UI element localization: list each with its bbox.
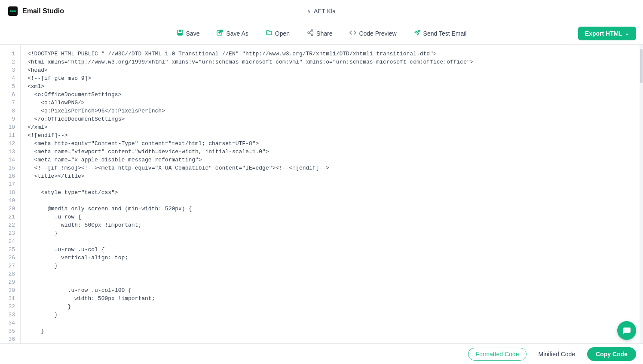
line-number: 6 (7, 91, 15, 99)
line-number: 11 (7, 131, 15, 140)
code-line: <xml> (28, 82, 636, 91)
line-number: 13 (7, 148, 15, 156)
code-line: </o:OfficeDocumentSettings> (28, 115, 636, 123)
formatted-code-button[interactable]: Formatted Code (468, 348, 526, 361)
line-number: 5 (7, 82, 15, 91)
line-number: 31 (7, 294, 15, 303)
code-line: .u-row .u-col { (28, 246, 636, 254)
code-line (28, 180, 636, 188)
code-line (28, 335, 636, 343)
share-label: Share (316, 30, 332, 37)
code-line: <!--[if gte mso 9]> (28, 74, 636, 82)
code-line: <o:OfficeDocumentSettings> (28, 91, 636, 99)
line-number: 27 (7, 262, 15, 270)
project-chevron-icon: ∨ (307, 8, 311, 14)
line-number: 32 (7, 303, 15, 311)
project-name: AET Kla (314, 8, 336, 15)
app-name: Email Studio (22, 7, 64, 15)
code-line: </xml> (28, 123, 636, 131)
toolbar: Save Save As Open (0, 22, 643, 45)
svg-rect-5 (179, 30, 181, 32)
svg-point-10 (308, 32, 309, 33)
line-number: 17 (7, 180, 15, 188)
save-icon (177, 29, 184, 38)
open-button[interactable]: Open (262, 27, 293, 39)
save-button[interactable]: Save (173, 27, 203, 39)
send-icon (414, 29, 421, 38)
svg-line-13 (309, 33, 311, 34)
code-line: } (28, 311, 636, 319)
minified-code-button[interactable]: Minified Code (532, 348, 582, 360)
line-number: 20 (7, 205, 15, 213)
code-line: <!--[if !mso]><!--><meta http-equiv="X-U… (28, 164, 636, 172)
code-line (28, 278, 636, 286)
code-preview-button[interactable]: Code Preview (346, 27, 400, 39)
line-number: 2 (7, 58, 15, 66)
line-number: 29 (7, 278, 15, 286)
send-test-button[interactable]: Send Test Email (410, 27, 470, 39)
code-line: } (28, 327, 636, 335)
code-line: <html xmlns="http://www.w3.org/1999/xhtm… (28, 58, 636, 66)
app-logo[interactable]: Email Studio (7, 5, 64, 17)
line-number: 16 (7, 172, 15, 180)
line-number: 35 (7, 327, 15, 335)
vertical-scrollbar[interactable] (640, 45, 643, 343)
open-icon (266, 29, 273, 38)
code-content-area[interactable]: <!DOCTYPE HTML PUBLIC "-//W3C//DTD XHTML… (21, 45, 643, 343)
code-line: <![endif]--> (28, 131, 636, 140)
line-number: 9 (7, 115, 15, 123)
code-line: .u-row { (28, 213, 636, 221)
send-test-label: Send Test Email (423, 30, 467, 37)
project-title-area: ∨ AET Kla (307, 8, 336, 15)
line-number: 12 (7, 140, 15, 148)
line-number: 24 (7, 237, 15, 246)
bottom-bar: Formatted Code Minified Code Copy Code (0, 343, 643, 364)
line-number: 1 (7, 50, 15, 58)
line-number: 8 (7, 107, 15, 115)
share-icon (307, 29, 314, 38)
code-line: width: 500px !important; (28, 221, 636, 229)
svg-point-9 (311, 30, 313, 31)
code-line: } (28, 229, 636, 237)
code-line (28, 237, 636, 246)
copy-code-button[interactable]: Copy Code (587, 347, 636, 361)
export-label: Export HTML (585, 30, 622, 37)
save-as-button[interactable]: Save As (213, 27, 251, 39)
code-line: <meta http-equiv="Content-Type" content=… (28, 140, 636, 148)
svg-point-1 (10, 10, 12, 12)
line-number: 28 (7, 270, 15, 278)
svg-line-12 (309, 31, 311, 32)
code-icon (349, 29, 356, 38)
export-html-button[interactable]: Export HTML ⌄ (578, 27, 636, 40)
code-line: <title></title> (28, 172, 636, 180)
line-number: 15 (7, 164, 15, 172)
app-logo-icon (7, 5, 19, 17)
code-line: @media only screen and (min-width: 520px… (28, 205, 636, 213)
code-line: } (28, 262, 636, 270)
svg-point-3 (14, 10, 16, 12)
export-chevron-icon: ⌄ (625, 30, 629, 36)
svg-point-11 (311, 34, 313, 36)
line-number: 21 (7, 213, 15, 221)
code-line: <meta name="viewport" content="width=dev… (28, 148, 636, 156)
line-number: 3 (7, 66, 15, 74)
line-number: 14 (7, 156, 15, 164)
code-line: <style type="text/css"> (28, 188, 636, 197)
svg-rect-6 (178, 33, 182, 35)
line-number: 18 (7, 188, 15, 197)
save-as-icon (217, 29, 224, 38)
open-label: Open (275, 30, 290, 37)
share-button[interactable]: Share (303, 27, 336, 39)
line-number: 26 (7, 254, 15, 262)
line-number: 34 (7, 319, 15, 327)
line-number: 19 (7, 197, 15, 205)
line-number: 4 (7, 74, 15, 82)
code-line (28, 270, 636, 278)
line-numbers: 1234567891011121314151617181920212223242… (0, 45, 21, 343)
chat-bubble-button[interactable] (617, 321, 636, 340)
save-label: Save (186, 30, 200, 37)
code-line: <o:AllowPNG/> (28, 99, 636, 107)
line-number: 10 (7, 123, 15, 131)
svg-point-2 (12, 10, 14, 12)
line-number: 7 (7, 99, 15, 107)
